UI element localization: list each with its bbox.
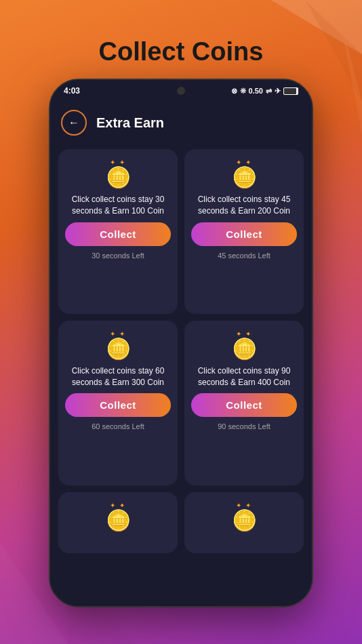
- coin-icon-stack-p2: ✦ ✦ 🪙: [232, 502, 257, 531]
- coin-icon-stack-4: ✦ ✦ 🪙: [232, 330, 257, 360]
- coin-icon-stack-2: ✦ ✦ 🪙: [232, 159, 257, 188]
- sparkle-icon-2: ✦ ✦: [236, 159, 253, 166]
- coin-emoji-1: 🪙: [106, 167, 131, 188]
- sparkle-icon-p2: ✦ ✦: [236, 502, 253, 509]
- partial-card-1: ✦ ✦ 🪙: [58, 492, 178, 553]
- phone-frame: 4:03 ⊗ ❊ 0.50 ⇌ ✈ ← Extra Earn ✦ ✦ 🪙: [49, 79, 313, 607]
- status-bar-right: ⊗ ❊ 0.50 ⇌ ✈: [231, 87, 298, 96]
- time-left-100: 30 seconds Left: [92, 251, 144, 260]
- coin-emoji-p1: 🪙: [106, 510, 131, 531]
- collect-button-100[interactable]: Collect: [65, 222, 171, 246]
- app-header: ← Extra Earn: [50, 102, 312, 144]
- card-desc-200: Click collect coins stay 45 seconds & Ea…: [191, 194, 297, 217]
- collect-button-300[interactable]: Collect: [65, 393, 171, 417]
- coin-card-200: ✦ ✦ 🪙 Click collect coins stay 45 second…: [184, 149, 304, 314]
- coin-card-300: ✦ ✦ 🪙 Click collect coins stay 60 second…: [58, 321, 178, 485]
- sparkle-icon-3: ✦ ✦: [110, 330, 127, 338]
- status-bar: 4:03 ⊗ ❊ 0.50 ⇌ ✈: [50, 80, 312, 102]
- back-button[interactable]: ←: [61, 110, 87, 136]
- network-speed: 0.50: [249, 87, 263, 95]
- phone-content: ← Extra Earn ✦ ✦ 🪙 Click collect coins s…: [50, 102, 312, 606]
- coin-card-400: ✦ ✦ 🪙 Click collect coins stay 90 second…: [184, 321, 304, 485]
- wifi-icon: ⇌: [266, 87, 272, 96]
- camera-notch: [177, 87, 185, 95]
- svg-marker-1: [305, 0, 362, 102]
- airplane-icon: ✈: [275, 87, 281, 96]
- sparkle-icon-1: ✦ ✦: [110, 159, 127, 166]
- bluetooth-icon2: ❊: [240, 87, 246, 96]
- status-time: 4:03: [64, 86, 80, 96]
- collect-button-400[interactable]: Collect: [191, 393, 297, 417]
- svg-marker-0: [271, 0, 362, 54]
- card-desc-100: Click collect coins stay 30 seconds & Ea…: [65, 194, 171, 217]
- time-left-300: 60 seconds Left: [92, 422, 144, 430]
- sparkle-icon-p1: ✦ ✦: [110, 502, 127, 509]
- coin-emoji-2: 🪙: [232, 167, 257, 188]
- coin-card-100: ✦ ✦ 🪙 Click collect coins stay 30 second…: [58, 149, 178, 314]
- coin-emoji-p2: 🪙: [232, 510, 257, 531]
- coin-icon-stack-1: ✦ ✦ 🪙: [106, 159, 131, 188]
- coin-emoji-3: 🪙: [106, 339, 131, 359]
- coin-emoji-4: 🪙: [232, 339, 257, 359]
- battery-icon: [283, 87, 298, 95]
- page-title: Collect Coins: [99, 37, 264, 66]
- partial-card-2: ✦ ✦ 🪙: [184, 492, 304, 553]
- bluetooth-icon: ⊗: [231, 87, 237, 96]
- time-left-400: 90 seconds Left: [218, 422, 270, 430]
- svg-marker-2: [339, 14, 362, 136]
- time-left-200: 45 seconds Left: [218, 251, 270, 260]
- collect-button-200[interactable]: Collect: [191, 222, 297, 246]
- app-header-title: Extra Earn: [96, 115, 164, 131]
- cards-grid: ✦ ✦ 🪙 Click collect coins stay 30 second…: [50, 144, 312, 606]
- coin-icon-stack-3: ✦ ✦ 🪙: [106, 330, 131, 360]
- coin-icon-stack-p1: ✦ ✦ 🪙: [106, 502, 131, 531]
- card-desc-300: Click collect coins stay 60 seconds & Ea…: [65, 365, 171, 388]
- sparkle-icon-4: ✦ ✦: [236, 330, 253, 338]
- card-desc-400: Click collect coins stay 90 seconds & Ea…: [191, 365, 297, 388]
